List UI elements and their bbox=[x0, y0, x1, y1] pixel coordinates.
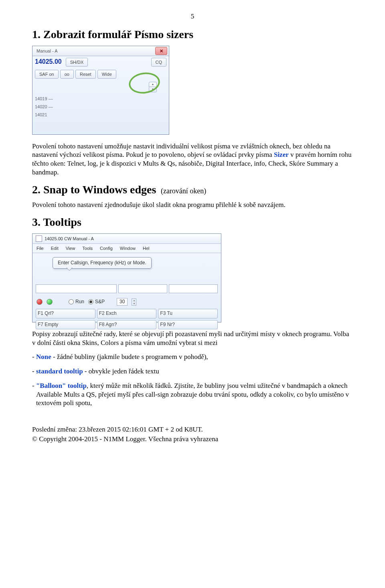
menu-view[interactable]: View bbox=[66, 245, 75, 251]
f2-button[interactable]: F2 Exch bbox=[97, 309, 157, 318]
saf-button[interactable]: SAF on bbox=[35, 70, 59, 79]
field-3-input[interactable] bbox=[169, 284, 218, 293]
menu-edit[interactable]: Edit bbox=[51, 245, 59, 251]
shdx-button[interactable]: SH/DX bbox=[66, 58, 88, 67]
menu-help[interactable]: Hel bbox=[143, 245, 150, 251]
heading-3-title: Tooltips bbox=[43, 216, 81, 228]
screenshot-pismo-sizers: Manual - A ✕ 14025.00 SH/DX CQ SAF on oo… bbox=[32, 46, 169, 135]
speed-stepper[interactable]: ▲▼ bbox=[132, 298, 136, 306]
window-title: Manual - A bbox=[34, 47, 155, 55]
none-term: None bbox=[36, 353, 51, 361]
heading-3: 3. Tooltips bbox=[32, 215, 353, 229]
heading-1: 1. Zobrazit formulář Písmo sizers bbox=[32, 27, 353, 42]
window-title: 14025.00 CW Manual - A bbox=[45, 236, 94, 241]
standard-tooltip-term: standard tooltip bbox=[36, 367, 83, 375]
bullet-none: - None - žádné bubliny (jakmile budete s… bbox=[32, 353, 353, 361]
speed-value[interactable]: 30 bbox=[117, 298, 128, 306]
scale-mark: 14020 — bbox=[35, 103, 166, 111]
reset-button[interactable]: Reset bbox=[75, 70, 96, 79]
heading-2-num: 2. bbox=[32, 183, 41, 196]
wide-button[interactable]: Wide bbox=[97, 70, 116, 79]
menu-tools[interactable]: Tools bbox=[82, 245, 93, 251]
f7-button[interactable]: F7 Empty bbox=[36, 320, 95, 329]
menubar: File Edit View Tools Config Window Hel bbox=[32, 244, 221, 253]
f8-button[interactable]: F8 Agn? bbox=[97, 320, 157, 329]
frequency-readout: 14025.00 bbox=[35, 58, 64, 66]
heading-2: 2. Snap to Windows edges (zarování oken) bbox=[32, 182, 353, 197]
status-dot-green bbox=[47, 299, 53, 305]
footer-copyright: © Copyright 2004-2015 - N1MM Logger. Vše… bbox=[32, 435, 353, 444]
bandmap-scale: 14019 — 14020 — 14021 bbox=[32, 94, 169, 119]
field-2-input[interactable] bbox=[118, 284, 167, 293]
run-radio[interactable]: Run bbox=[69, 299, 84, 305]
status-dot-red bbox=[36, 299, 43, 305]
f3-button[interactable]: F3 Tu bbox=[158, 309, 218, 318]
balloon-tooltip-term: "Balloon" tooltip bbox=[36, 382, 87, 389]
para-1: Povolení tohoto nastavení umožňuje nasta… bbox=[32, 142, 353, 177]
f9-button[interactable]: F9 Nr? bbox=[158, 320, 218, 329]
menu-window[interactable]: Window bbox=[120, 245, 136, 251]
cq-button[interactable]: CQ bbox=[151, 58, 167, 67]
heading-1-title: Zobrazit formulář Písmo sizers bbox=[43, 28, 193, 41]
balloon-tooltip: Enter Callsign, Frequency (kHz) or Mode. bbox=[53, 257, 152, 269]
sizer-term: Sizer bbox=[274, 151, 289, 158]
heading-3-num: 3. bbox=[32, 216, 41, 228]
menu-file[interactable]: File bbox=[36, 245, 44, 251]
oo-button[interactable]: oo bbox=[60, 70, 74, 79]
para-3: Popisy zobrazují užitečné rady, které se… bbox=[32, 330, 353, 347]
heading-2-title: Snap to Windows edges bbox=[43, 183, 156, 196]
heading-1-num: 1. bbox=[32, 28, 41, 41]
para-2: Povolení tohoto nastavení zjednodušuje ú… bbox=[32, 201, 353, 209]
menu-config[interactable]: Config bbox=[100, 245, 113, 251]
bullet-balloon: - "Balloon" tooltip, který může mít něko… bbox=[32, 381, 353, 408]
bullet-standard: - standard tooltip - obvykle jeden řádek… bbox=[32, 367, 353, 376]
screenshot-tooltip: 14025.00 CW Manual - A File Edit View To… bbox=[32, 233, 221, 322]
heading-2-paren: (zarování oken) bbox=[161, 187, 206, 195]
scale-mark: 14019 — bbox=[35, 95, 166, 103]
sp-radio[interactable]: S&P bbox=[88, 299, 105, 305]
app-icon bbox=[36, 235, 42, 242]
callsign-input[interactable] bbox=[36, 284, 117, 293]
page-number: 5 bbox=[32, 12, 353, 21]
footer-lastchange: Poslední změna: 23.březen 2015 02:16:01 … bbox=[32, 425, 353, 434]
scale-mark: 14021 bbox=[35, 111, 166, 119]
f1-button[interactable]: F1 Qrl? bbox=[36, 309, 95, 318]
close-icon[interactable]: ✕ bbox=[155, 47, 167, 55]
